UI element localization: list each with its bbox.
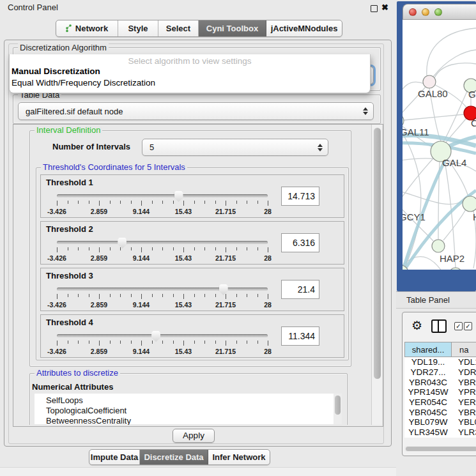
slider-tick <box>194 341 195 344</box>
slider-tick <box>204 247 205 250</box>
thresholds-group-title: Threshold's Coordinates for 5 Intervals <box>41 163 187 171</box>
attributes-list-scrollbar-thumb[interactable] <box>335 395 341 415</box>
slider-track[interactable] <box>57 241 268 244</box>
column-header-name[interactable]: na <box>451 342 476 357</box>
slider-tick <box>99 341 100 346</box>
table-row[interactable]: YBL079WYBL0 <box>404 417 476 427</box>
slider-tick <box>78 294 79 297</box>
network-node[interactable] <box>463 196 476 211</box>
slider-track[interactable] <box>57 288 268 291</box>
table-row[interactable]: YLR345WYLR3 <box>404 427 476 438</box>
slider-tick-label: -3.426 <box>47 208 66 215</box>
table-data-combobox[interactable]: galFiltered.sif default node <box>18 102 374 120</box>
num-intervals-combobox[interactable]: 5 <box>142 139 328 156</box>
table-row[interactable]: YIL052CYIL0 <box>404 438 476 438</box>
slider-tick <box>68 247 68 250</box>
cell-shared-name: YER054C <box>404 397 452 407</box>
network-edge[interactable] <box>403 190 463 204</box>
slider-track[interactable] <box>57 194 268 197</box>
tab-jactivemnodules[interactable]: jActiveMNodules <box>266 20 342 36</box>
columns-icon[interactable] <box>431 319 447 333</box>
slider-tick <box>57 294 58 299</box>
tab-select[interactable]: Select <box>158 20 199 36</box>
threshold-value-field[interactable]: 14.713 <box>281 187 319 206</box>
network-graph: GAL80G.CGAL11GAL4GCY1HHAP2 <box>403 20 476 270</box>
list-item[interactable]: SelfLoops <box>35 395 334 406</box>
slider-tick <box>257 201 258 204</box>
network-node[interactable] <box>449 268 462 270</box>
threshold-row: Threshold 2-3.4262.8599.14415.4321.71528… <box>40 221 344 265</box>
slider-tick-label: 21.715 <box>215 301 236 309</box>
column-header-shared-name[interactable]: shared... <box>404 342 452 357</box>
slider-tick-label: 28 <box>264 208 272 215</box>
threshold-value-field[interactable]: 21.4 <box>281 280 319 299</box>
slider-handle[interactable] <box>174 191 183 202</box>
tab-label: Select <box>166 24 190 33</box>
slider-tick <box>183 294 184 299</box>
slider-track[interactable] <box>57 334 268 337</box>
network-node-label: GAL80 <box>418 88 448 99</box>
cell-shared-name: YBR045C <box>404 408 452 417</box>
slider-tick-label: 21.715 <box>215 254 236 262</box>
table-body: YDL19...YDL1YDR27...YDR2YBR043CYBR0YPR14… <box>404 357 476 438</box>
network-edge[interactable] <box>427 28 476 75</box>
table-row[interactable]: YDL19...YDL1 <box>404 357 476 367</box>
cell-name: YER0 <box>452 397 476 407</box>
table-row[interactable]: YBR043CYBR0 <box>404 377 476 387</box>
checkbox-icon[interactable]: ✓ <box>454 322 463 330</box>
horizontal-scrollbar-thumb[interactable] <box>406 447 476 451</box>
slider-tick <box>162 201 163 204</box>
slider-tick <box>99 201 100 206</box>
table-row[interactable]: YBR045CYBR0 <box>404 407 476 417</box>
table-row[interactable]: YER054CYER0 <box>404 397 476 408</box>
tab-cyni-toolbox[interactable]: Cyni Toolbox <box>199 20 266 36</box>
slider-tick <box>89 247 89 250</box>
dropdown-option[interactable]: Equal Width/Frequency Discretization <box>10 77 370 89</box>
threshold-slider[interactable]: -3.4262.8599.14415.4321.71528 <box>57 330 268 356</box>
float-window-icon[interactable] <box>371 5 378 12</box>
vertical-scrollbar-thumb[interactable] <box>374 128 381 379</box>
threshold-row: Threshold 1-3.4262.8599.14415.4321.71528… <box>40 174 344 218</box>
threshold-value-field[interactable]: 11.344 <box>281 326 319 346</box>
slider-tick <box>236 247 237 250</box>
slider-handle[interactable] <box>151 331 160 342</box>
network-edge[interactable] <box>434 63 476 78</box>
attributes-list-scrollbar[interactable] <box>334 394 342 424</box>
zoom-traffic-light-icon[interactable] <box>434 8 442 16</box>
tab-style[interactable]: Style <box>118 20 158 36</box>
list-item[interactable]: TopologicalCoefficient <box>35 406 334 416</box>
slider-tick <box>204 201 205 204</box>
table-row[interactable]: YPR145WYPR1 <box>404 387 476 397</box>
threshold-value-field[interactable]: 6.316 <box>281 233 319 252</box>
threshold-slider[interactable]: -3.4262.8599.14415.4321.71528 <box>57 284 268 309</box>
network-node[interactable] <box>423 75 436 88</box>
cell-shared-name: YDL19... <box>404 357 452 367</box>
tab-impute-data[interactable]: Impute Data <box>89 450 140 464</box>
network-node[interactable] <box>432 240 445 252</box>
apply-button[interactable]: Apply <box>173 429 215 443</box>
network-canvas[interactable]: GAL80G.CGAL11GAL4GCY1HHAP2 <box>403 20 476 270</box>
slider-handle[interactable] <box>219 284 228 295</box>
checkbox-icon[interactable]: ✓ <box>464 322 472 330</box>
horizontal-scrollbar[interactable] <box>404 446 476 452</box>
network-node[interactable] <box>403 114 404 128</box>
tab-discretize-data[interactable]: Discretize Data <box>140 450 208 464</box>
table-row[interactable]: YDR27...YDR2 <box>404 367 476 378</box>
slider-tick <box>78 247 79 250</box>
network-node-label: H <box>473 211 476 222</box>
threshold-slider[interactable]: -3.4262.8599.14415.4321.71528 <box>57 190 268 216</box>
list-item[interactable]: BetweennessCentrality <box>35 416 334 425</box>
close-traffic-light-icon[interactable] <box>409 8 417 16</box>
dropdown-option[interactable]: Manual Discretization <box>10 66 370 77</box>
slider-handle[interactable] <box>118 238 127 249</box>
threshold-slider[interactable]: -3.4262.8599.14415.4321.71528 <box>57 237 268 263</box>
num-intervals-value: 5 <box>142 142 318 152</box>
minimize-traffic-light-icon[interactable] <box>422 8 429 16</box>
slider-tick <box>120 247 121 250</box>
tab-infer-network[interactable]: Infer Network <box>208 450 270 464</box>
vertical-scrollbar[interactable] <box>371 125 382 425</box>
close-icon[interactable]: ✖ <box>381 4 388 11</box>
gear-icon[interactable]: ⚙ <box>411 319 422 332</box>
tab-network[interactable]: Network <box>56 20 118 36</box>
attributes-list[interactable]: SelfLoopsTopologicalCoefficientBetweenne… <box>35 394 334 424</box>
